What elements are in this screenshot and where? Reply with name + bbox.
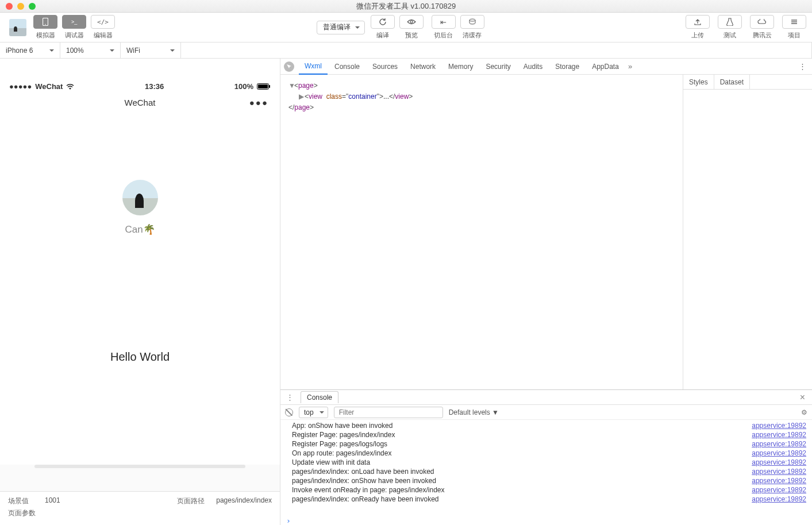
simulator-footer: 场景值 1001 页面路径 pages/index/index 页面参数 [0,491,280,525]
svg-point-5 [470,19,475,21]
console-line: pages/index/index: onShow have been invo… [280,476,812,485]
devtools-tab-storage[interactable]: Storage [549,59,585,75]
console-controls: top Default levels ▼ ⚙ [280,405,812,420]
console-drawer: ⋮ Console × top Default levels ▼ ⚙ App: … [280,389,812,525]
console-tab[interactable]: Console [301,391,338,403]
console-line: Update view with init dataappservice:198… [280,458,812,467]
minimize-window-button[interactable] [17,3,24,10]
chevron-down-icon [110,49,114,54]
console-source-link[interactable]: appservice:19892 [752,449,806,457]
element-picker-icon[interactable] [284,61,294,72]
svg-point-4 [410,21,413,23]
user-avatar-large[interactable] [122,180,158,215]
background-button[interactable]: ⇤ 切后台 [432,15,456,40]
console-line: On app route: pages/index/indexappservic… [280,449,812,458]
close-window-button[interactable] [6,3,13,10]
wifi-icon [66,84,74,90]
hello-text: Hello World [110,350,170,364]
editor-button[interactable]: </> 编辑器 [91,15,115,40]
console-line: Register Page: pages/index/indexappservi… [280,430,812,439]
compile-mode-select[interactable]: 普通编译 [317,21,365,34]
devtools-side-panel: Styles Dataset [683,75,812,389]
user-avatar[interactable] [9,19,26,36]
dataset-tab[interactable]: Dataset [714,75,750,89]
wxml-tree[interactable]: ▼<page> ▶<view class="container">...</vi… [280,75,683,389]
devtools-tabs: WxmlConsoleSourcesNetworkMemorySecurityA… [280,59,812,75]
action-group-1: 编译 预览 [371,15,424,40]
phone-status-bar: ●●●●● WeChat 13:36 100% [0,79,280,94]
devtools-menu-icon[interactable]: ⋮ [793,62,812,71]
project-button[interactable]: 项目 [782,15,806,40]
window-title: 微信开发者工具 v1.00.170829 [356,1,456,11]
simulator-options-bar: iPhone 6 100% WiFi [0,43,812,59]
action-group-2: ⇤ 切后台 清缓存 [432,15,484,40]
compile-button[interactable]: 编译 [371,15,395,40]
upload-button[interactable]: 上传 [686,15,710,40]
console-source-link[interactable]: appservice:19892 [752,431,806,439]
console-source-link[interactable]: appservice:19892 [752,486,806,494]
console-source-link[interactable]: appservice:19892 [752,477,806,485]
debugger-button[interactable]: >_ 调试器 [62,15,86,40]
context-select[interactable]: top [299,407,328,418]
svg-rect-11 [258,84,268,88]
chevron-down-icon [49,49,54,54]
scene-label: 场景值 [8,496,33,506]
svg-text:>_: >_ [71,19,78,25]
console-source-link[interactable]: appservice:19892 [752,440,806,448]
view-mode-group: 模拟器 >_ 调试器 </> 编辑器 [33,15,115,40]
devtools-tab-console[interactable]: Console [329,59,365,75]
console-output[interactable]: App: onShow have been invokedappservice:… [280,420,812,516]
console-source-link[interactable]: appservice:19892 [752,422,806,430]
close-drawer-icon[interactable]: × [796,392,809,403]
devtools-pane: WxmlConsoleSourcesNetworkMemorySecurityA… [280,59,812,525]
console-source-link[interactable]: appservice:19892 [752,458,806,466]
devtools-tab-security[interactable]: Security [480,59,516,75]
preview-button[interactable]: 预览 [399,15,424,40]
maximize-window-button[interactable] [29,3,36,10]
console-prompt[interactable]: › [280,516,812,525]
path-label: 页面路径 [177,496,205,506]
chevron-down-icon [170,49,175,54]
console-line: App: onShow have been invokedappservice:… [280,421,812,430]
signal-dots-icon: ●●●●● [9,82,32,91]
devtools-body: ▼<page> ▶<view class="container">...</vi… [280,75,812,389]
battery-icon [257,83,271,90]
clear-console-icon[interactable] [285,408,293,416]
phone-screen: ●●●●● WeChat 13:36 100% WeChat ●●● Can🌴 … [0,59,280,465]
console-source-link[interactable]: appservice:19892 [752,495,806,503]
console-filter-input[interactable] [334,407,443,418]
test-button[interactable]: 测试 [718,15,742,40]
devtools-tab-appdata[interactable]: AppData [586,59,625,75]
console-settings-icon[interactable]: ⚙ [801,408,807,416]
tencent-cloud-button[interactable]: 腾讯云 [750,15,774,40]
nav-title: WeChat [125,98,156,107]
console-line: pages/index/index: onReady have been inv… [280,495,812,504]
phone-nav-bar: WeChat ●●● [0,94,280,111]
device-select[interactable]: iPhone 6 [0,43,60,59]
simulator-button[interactable]: 模拟器 [33,15,57,40]
console-line: Invoke event onReady in page: pages/inde… [280,485,812,495]
nav-more-icon[interactable]: ●●● [249,98,268,107]
clear-cache-button[interactable]: 清缓存 [460,15,484,40]
simulator-scrollbar[interactable] [34,465,245,468]
params-label: 页面参数 [8,508,36,518]
username-label: Can🌴 [125,223,155,236]
log-levels-select[interactable]: Default levels ▼ [449,408,499,416]
devtools-tab-memory[interactable]: Memory [442,59,479,75]
styles-tab[interactable]: Styles [683,75,714,89]
scene-value: 1001 [45,496,60,506]
console-source-link[interactable]: appservice:19892 [752,468,806,476]
console-line: Register Page: pages/logs/logsappservice… [280,439,812,449]
zoom-select[interactable]: 100% [60,43,121,59]
devtools-tab-sources[interactable]: Sources [367,59,403,75]
devtools-tab-audits[interactable]: Audits [518,59,548,75]
devtools-tab-network[interactable]: Network [405,59,441,75]
network-select[interactable]: WiFi [121,43,181,59]
drawer-menu-icon[interactable]: ⋮ [284,393,296,402]
devtools-tab-wxml[interactable]: Wxml [299,59,328,75]
path-value: pages/index/index [216,496,272,506]
more-tabs-icon[interactable]: » [628,62,632,71]
drawer-header: ⋮ Console × [280,390,812,405]
toolbar-right-group: 上传 测试 腾讯云 项目 [686,15,806,40]
side-panel-tabs: Styles Dataset [683,75,812,90]
